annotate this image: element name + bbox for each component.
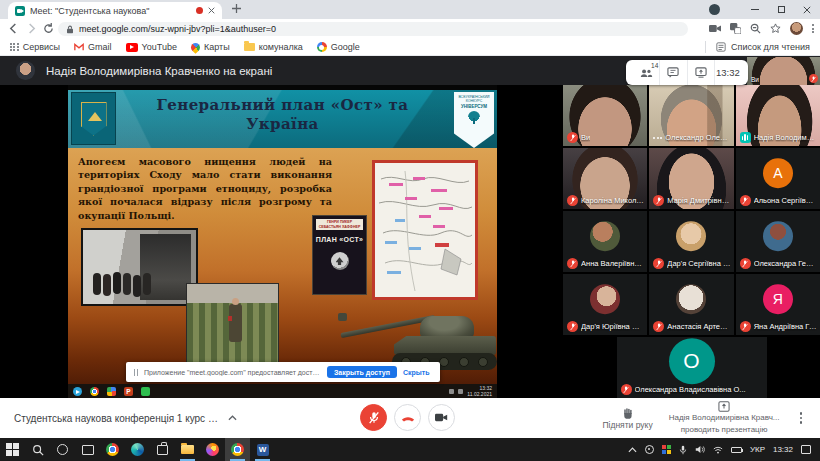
meeting-details-chevron-icon[interactable] — [228, 415, 237, 421]
chat-button[interactable] — [659, 60, 686, 85]
bookmark-maps[interactable]: Карты — [191, 42, 230, 52]
participant-tile[interactable]: Олександр Олекс... — [649, 85, 733, 146]
stop-sharing-button[interactable]: Закрыть доступ — [327, 366, 397, 378]
maximize-button[interactable] — [768, 0, 794, 19]
address-bar[interactable]: meet.google.com/suz-wpni-jbv?pli=1&authu… — [58, 22, 688, 36]
camera-toggle-button[interactable] — [428, 404, 455, 431]
participant-count: 14 — [651, 62, 658, 69]
mic-muted-icon — [567, 258, 578, 269]
close-button[interactable] — [794, 0, 820, 19]
profile-avatar[interactable] — [790, 22, 803, 35]
task-view-button[interactable] — [75, 438, 100, 461]
back-button[interactable] — [8, 23, 19, 34]
logo-label: УНІВЕРСУМ — [454, 104, 494, 109]
reload-button[interactable] — [43, 23, 54, 34]
mic-muted-icon — [653, 258, 664, 269]
profile-badge-icon[interactable] — [709, 4, 720, 15]
translate-icon[interactable] — [730, 23, 741, 34]
mic-toggle-button[interactable] — [360, 404, 387, 431]
cortana-icon — [57, 444, 68, 455]
mic-muted-icon — [653, 195, 664, 206]
participant-tile[interactable]: Я Яна Андріївна Гал... — [736, 274, 820, 335]
participant-tile[interactable]: Кароліна Миколаї... — [563, 148, 647, 209]
book-title: ПЛАН «ОСТ» — [313, 236, 366, 243]
participant-tile[interactable]: Дар'я Юріївна Спі... — [563, 274, 647, 335]
taskbar-word[interactable]: W — [250, 438, 275, 461]
reading-list-button[interactable]: Список для чтения — [705, 41, 810, 53]
screen-share-infobar: Приложение "meet.google.com" предоставля… — [126, 362, 440, 382]
presenter-tray: 13:32 11.02.2021 — [449, 385, 492, 397]
taskbar-explorer[interactable] — [175, 438, 200, 461]
camera-in-use-icon[interactable] — [709, 24, 721, 33]
self-view-thumbnail[interactable]: Ви — [747, 57, 820, 85]
participant-tile[interactable]: Ви — [563, 85, 647, 146]
tray-chevron-icon[interactable] — [628, 447, 637, 453]
audio-indicator-icon — [653, 132, 662, 143]
language-indicator[interactable]: УКР — [750, 445, 765, 454]
start-button[interactable] — [0, 438, 25, 461]
book-cover-image: ГЕНРИ ПИКЕР СЕБАСТЬЯН ХАФФНЕР ПЛАН «ОСТ» — [312, 215, 367, 295]
hide-infobar-button[interactable]: Скрыть — [403, 369, 430, 376]
presenter-date: 11.02.2021 — [467, 391, 492, 397]
bookmark-services[interactable]: Сервисы — [10, 42, 60, 52]
present-button[interactable] — [687, 60, 714, 85]
raise-hand-button[interactable]: Підняти руку — [602, 407, 652, 430]
participant-name: Анна Валеріївна ... — [581, 259, 644, 268]
mic-muted-icon — [653, 321, 664, 332]
participants-button[interactable]: 14 — [633, 60, 659, 85]
taskbar-edge[interactable] — [125, 438, 150, 461]
bookmark-gmail[interactable]: Gmail — [74, 42, 112, 52]
more-options-icon[interactable] — [796, 412, 807, 424]
slide-title: Генеральний план «Ост» та Україна — [132, 96, 433, 134]
participant-tile[interactable]: А Альона Сергіївна ... — [736, 148, 820, 209]
participant-name: Олександра Генн... — [754, 259, 817, 268]
taskbar-chrome[interactable] — [100, 438, 125, 461]
tray-mic-icon[interactable] — [679, 445, 687, 455]
bookmark-komunalka[interactable]: комуналка — [244, 42, 303, 52]
mic-muted-icon — [567, 132, 578, 143]
browser-tab[interactable]: Meet: "Студентська наукова" — [8, 2, 222, 19]
taskbar-firefox[interactable] — [200, 438, 225, 461]
book-author2: СЕБАСТЬЯН ХАФФНЕР — [316, 225, 363, 230]
chrome-icon — [106, 443, 119, 456]
share-indicator-icon — [134, 369, 139, 376]
participant-tile[interactable]: Марія Дмитрівна ... — [649, 148, 733, 209]
tray-volume-icon[interactable] — [695, 445, 705, 454]
leave-call-button[interactable] — [394, 404, 421, 431]
zoom-icon[interactable] — [750, 23, 761, 34]
bookmark-youtube[interactable]: YouTube — [126, 42, 177, 52]
tray-battery-icon[interactable] — [731, 447, 742, 453]
new-tab-button[interactable] — [232, 4, 241, 13]
notification-center-icon[interactable] — [801, 445, 811, 454]
tab-close-icon[interactable] — [208, 7, 215, 14]
tray-app-icon[interactable] — [645, 445, 654, 454]
tray-color-grid-icon[interactable] — [662, 445, 671, 454]
participant-name: Надія Володимир... — [754, 133, 817, 142]
forward-button[interactable] — [26, 23, 37, 34]
participant-tile[interactable]: О Олександра Владиславівна О... — [617, 337, 767, 398]
search-button[interactable] — [25, 438, 50, 461]
cortana-button[interactable] — [50, 438, 75, 461]
meet-favicon — [15, 6, 25, 16]
taskbar-clock[interactable]: 13:32 — [773, 445, 793, 454]
participant-name: Альона Сергіївна ... — [754, 196, 817, 205]
minimize-button[interactable] — [742, 0, 768, 19]
reading-list-icon — [716, 42, 726, 52]
presenting-status[interactable]: Надія Володимирівна Кравч... проводить п… — [669, 401, 780, 435]
slide-title-banner: Генеральний план «Ост» та Україна ВСЕУКР… — [68, 90, 497, 148]
participant-tile[interactable]: Дар'я Сергіївна Р... — [649, 211, 733, 272]
tray-network-icon[interactable] — [713, 446, 723, 454]
participant-tile[interactable]: Надія Володимир... — [736, 85, 820, 146]
presenter-taskbar: P 13:32 11.02.2021 — [68, 384, 497, 398]
participant-tile[interactable]: Олександра Генн... — [736, 211, 820, 272]
bookmark-google[interactable]: Google — [317, 42, 360, 52]
browser-menu-icon[interactable] — [812, 24, 814, 33]
bookmark-star-icon[interactable] — [770, 23, 781, 34]
participant-tile[interactable]: Анна Валеріївна ... — [563, 211, 647, 272]
taskbar-store[interactable] — [150, 438, 175, 461]
participant-tile[interactable]: Анастасія Артемі... — [649, 274, 733, 335]
telegram-icon — [73, 387, 82, 396]
photo-avatar — [676, 284, 706, 314]
meeting-name: Студентська наукова конференція 1 курс г… — [14, 413, 219, 424]
taskbar-chrome-active[interactable] — [225, 438, 250, 461]
